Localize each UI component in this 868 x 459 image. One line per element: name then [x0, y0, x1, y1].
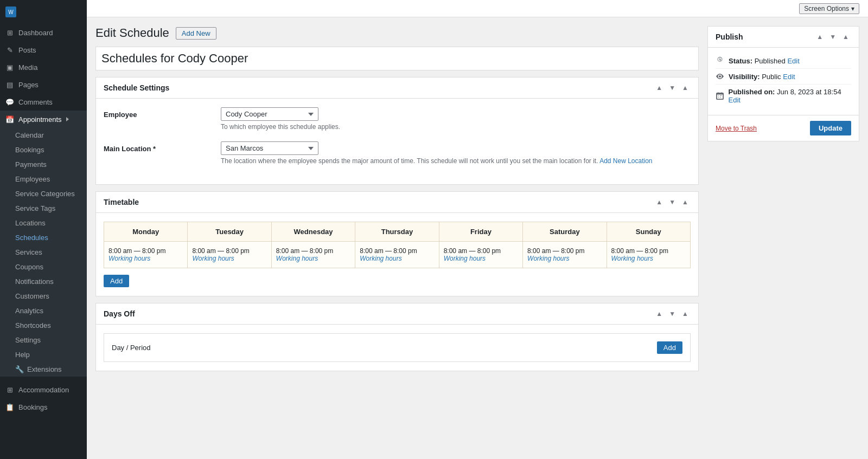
publish-collapse-up-button[interactable]: ▲	[814, 32, 825, 42]
pages-icon: ▤	[5, 80, 14, 89]
thursday-working: Working hours	[360, 255, 434, 262]
sidebar-sub-schedules[interactable]: Schedules	[0, 230, 87, 245]
sunday-time: 8:00 am — 8:00 pm	[611, 247, 668, 255]
wednesday-working: Working hours	[276, 255, 350, 262]
sidebar-sub-payments[interactable]: Payments	[0, 157, 87, 172]
sidebar-sub-coupons[interactable]: Coupons	[0, 260, 87, 274]
sidebar-sub-customers[interactable]: Customers	[0, 289, 87, 303]
sidebar-item-label: Media	[18, 63, 37, 72]
panel-collapse-down-button[interactable]: ▼	[667, 83, 678, 93]
sidebar-item-dashboard[interactable]: ⊞ Dashboard	[0, 24, 87, 41]
screen-options-button[interactable]: Screen Options ▾	[799, 3, 859, 14]
timetable-collapse-up-button[interactable]: ▲	[654, 197, 665, 207]
employee-control-wrap: Cody Cooper Jane Smith Bob Johnson To wh…	[221, 107, 691, 131]
topbar: Screen Options ▾	[87, 0, 868, 17]
days-off-add-button[interactable]: Add	[657, 341, 682, 354]
sidebar-item-bookings2[interactable]: 📋 Bookings	[0, 398, 87, 416]
employee-hint: To which employee this schedule applies.	[221, 123, 691, 131]
sidebar-sub-locations[interactable]: Locations	[0, 216, 87, 230]
days-off-title: Days Off	[104, 309, 135, 318]
monday-working: Working hours	[108, 255, 183, 262]
schedule-title-input[interactable]	[95, 47, 699, 70]
sidebar-item-label: Accommodation	[18, 386, 69, 394]
dashboard-icon: ⊞	[5, 28, 14, 37]
friday-time: 8:00 am — 8:00 pm	[444, 247, 501, 255]
days-off-close-button[interactable]: ▲	[680, 309, 691, 319]
sidebar-item-appointments[interactable]: 📅 Appointments	[0, 111, 87, 128]
days-off-row: Day / Period Add	[112, 341, 682, 354]
col-friday: Friday	[439, 222, 522, 242]
sidebar-sub-analytics[interactable]: Analytics	[0, 303, 87, 318]
timetable-header: Timetable ▲ ▼ ▲	[96, 192, 698, 213]
published-edit-link[interactable]: Edit	[728, 96, 740, 104]
timetable-add-button[interactable]: Add	[104, 275, 129, 287]
add-new-button[interactable]: Add New	[176, 27, 216, 40]
thursday-cell: 8:00 am — 8:00 pm Working hours	[355, 242, 439, 268]
timetable-panel: Timetable ▲ ▼ ▲ Monday Tuesday Wednes	[95, 191, 699, 296]
employee-label: Employee	[104, 107, 212, 119]
sidebar-item-label: Pages	[18, 81, 39, 89]
sidebar-item-media[interactable]: ▣ Media	[0, 59, 87, 76]
days-off-collapse-up-button[interactable]: ▲	[654, 309, 665, 319]
timetable-close-button[interactable]: ▲	[680, 197, 691, 207]
status-row: Status: Published Edit	[716, 53, 851, 69]
days-off-body: Day / Period Add	[96, 325, 698, 371]
employee-select[interactable]: Cody Cooper Jane Smith Bob Johnson	[221, 107, 318, 121]
extensions-icon: 🔧	[15, 365, 24, 373]
days-off-column-label: Day / Period	[112, 344, 151, 352]
col-wednesday: Wednesday	[271, 222, 355, 242]
schedule-settings-body: Employee Cody Cooper Jane Smith Bob John…	[96, 99, 698, 184]
sidebar-sub-service-categories[interactable]: Service Categories	[0, 186, 87, 201]
col-monday: Monday	[104, 222, 188, 242]
panel-collapse-up-button[interactable]: ▲	[654, 83, 665, 93]
sidebar-item-comments[interactable]: 💬 Comments	[0, 93, 87, 111]
appointments-icon: 📅	[5, 115, 14, 124]
main-area: Screen Options ▾ Edit Schedule Add New S…	[87, 0, 868, 459]
col-saturday: Saturday	[523, 222, 607, 242]
sidebar-item-pages[interactable]: ▤ Pages	[0, 76, 87, 93]
page-header: Edit Schedule Add New	[95, 26, 699, 40]
publish-panel-header: Publish ▲ ▼ ▲	[708, 27, 859, 48]
sidebar-sub-shortcodes[interactable]: Shortcodes	[0, 318, 87, 333]
pin-icon	[716, 56, 724, 65]
sidebar-sub-notifications[interactable]: Notifications	[0, 274, 87, 289]
publish-collapse-down-button[interactable]: ▼	[827, 32, 838, 42]
col-thursday: Thursday	[355, 222, 439, 242]
wp-logo-icon: W	[5, 7, 16, 17]
sidebar-item-posts[interactable]: ✎ Posts	[0, 41, 87, 59]
sidebar-sub-bookings[interactable]: Bookings	[0, 143, 87, 157]
days-off-header: Days Off ▲ ▼ ▲	[96, 303, 698, 325]
schedule-settings-panel: Schedule Settings ▲ ▼ ▲ Employee Cody Co…	[95, 77, 699, 185]
sidebar-sub-service-tags[interactable]: Service Tags	[0, 201, 87, 216]
sidebar-sub-services[interactable]: Services	[0, 245, 87, 260]
status-edit-link[interactable]: Edit	[787, 57, 799, 65]
sidebar-sub-settings[interactable]: Settings	[0, 333, 87, 347]
location-label: Main Location *	[104, 141, 212, 153]
status-value: Published	[755, 57, 786, 65]
move-trash-button[interactable]: Move to Trash	[716, 125, 757, 132]
chevron-right-icon	[66, 117, 69, 121]
wednesday-cell: 8:00 am — 8:00 pm Working hours	[271, 242, 355, 268]
screen-options-label: Screen Options	[804, 5, 849, 12]
publish-close-button[interactable]: ▲	[840, 32, 851, 42]
sidebar-sub-extensions[interactable]: 🔧 Extensions	[0, 362, 87, 377]
timetable-collapse-down-button[interactable]: ▼	[667, 197, 678, 207]
panel-close-button[interactable]: ▲	[680, 83, 691, 93]
calendar-icon	[716, 92, 724, 100]
sidebar-sub-calendar[interactable]: Calendar	[0, 128, 87, 143]
location-select[interactable]: San Marcos Austin Dallas	[221, 141, 318, 155]
add-new-location-link[interactable]: Add New Location	[599, 157, 652, 165]
sidebar-item-accommodation[interactable]: ⊞ Accommodation	[0, 381, 87, 398]
publish-panel-controls: ▲ ▼ ▲	[814, 32, 851, 42]
publish-panel: Publish ▲ ▼ ▲ Status: Publishe	[707, 26, 859, 141]
content-area: Edit Schedule Add New Schedule Settings …	[87, 17, 868, 459]
sidebar-sub-employees[interactable]: Employees	[0, 172, 87, 186]
update-button[interactable]: Update	[810, 121, 851, 135]
published-value: Jun 8, 2023 at 18:54	[777, 88, 841, 96]
sidebar-sub-help[interactable]: Help	[0, 347, 87, 362]
visibility-edit-link[interactable]: Edit	[783, 73, 795, 81]
saturday-cell: 8:00 am — 8:00 pm Working hours	[523, 242, 607, 268]
days-off-collapse-down-button[interactable]: ▼	[667, 309, 678, 319]
appointments-group: 📅 Appointments Calendar Bookings Payment…	[0, 111, 87, 377]
publish-panel-title: Publish	[716, 33, 743, 41]
